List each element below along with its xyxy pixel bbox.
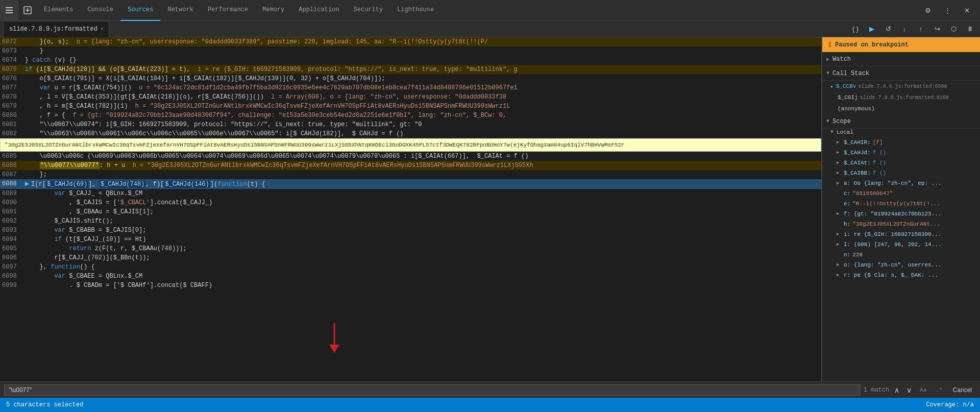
code-line-6097: 6097 }, function() { — [0, 262, 821, 272]
scope-item-cahir[interactable]: ▶ $_CAHIR: [f] — [822, 139, 980, 149]
call-stack-item-0[interactable]: ● $_CCBv slide.7.8.9.js:formatted:6088 — [822, 81, 980, 92]
scope-item-c[interactable]: c: "8516560647" — [822, 190, 980, 200]
code-line-6086: 6086 "\\u0077\\u0077": h + u h = "30g2E3… — [0, 161, 821, 170]
scope-item-caibb[interactable]: ▶ $_CAIBB: f () — [822, 169, 980, 180]
status-left: 5 characters selected — [6, 401, 83, 408]
scope-item-o[interactable]: ▶ o: {lang: "zh-cn", userres... — [822, 261, 980, 272]
scope-arrow-13: ▶ — [837, 272, 842, 278]
code-line-6088: 6088 ▶I(r[$_CAHJd(69)], $_CAHJd(748), f)… — [0, 179, 821, 189]
svg-rect-0 — [6, 7, 13, 8]
code-line-6076: 6076 o[$_CAIAt(791)] = X(i[$_CAIAt(104)]… — [0, 74, 821, 83]
tab-network[interactable]: Network — [160, 0, 200, 21]
svg-rect-1 — [6, 10, 13, 11]
scope-arrow-3: ▶ — [837, 170, 842, 176]
toolbar-right-icons: ⚙ ⋮ ✕ — [919, 0, 980, 21]
file-tab[interactable]: slide.7.8.9.js:formatted × — [4, 21, 109, 37]
step-into-btn[interactable]: ↓ — [898, 23, 911, 35]
search-cancel-btn[interactable]: Cancel — [949, 385, 976, 395]
call-stack-label: Call Stack — [832, 70, 869, 77]
scope-item-f[interactable]: ▶ f: {gt: "019924a82c70bb123... — [822, 210, 980, 221]
code-line-6087: 6087 }; — [0, 170, 821, 179]
scope-arrow-12: ▶ — [837, 262, 842, 268]
scope-item-e[interactable]: e: "R--i(!!Ostty(y(y7t8t(!... — [822, 200, 980, 210]
code-line-6092: 6092 $_CAJIS.shift(); — [0, 216, 821, 226]
scope-local-chevron: ▼ — [830, 129, 834, 135]
scope-arrow-9: ▶ — [837, 231, 842, 237]
scope-label: Scope — [832, 118, 851, 125]
call-stack-section-header[interactable]: ▼ Call Stack — [822, 66, 980, 81]
step-btn[interactable]: ↪ — [931, 23, 943, 35]
tab-application[interactable]: Application — [291, 0, 346, 21]
step-out-btn[interactable]: ↑ — [915, 23, 927, 35]
scope-item-caiat[interactable]: ▶ $_CAIAt: f () — [822, 159, 980, 169]
call-stack-item-1[interactable]: $_CGIj slide.7.8.9.js:formatted:8168 — [822, 92, 980, 103]
resume-btn[interactable]: ▶ — [866, 23, 878, 35]
format-btn[interactable]: { } — [849, 23, 862, 35]
settings-btn[interactable]: ⚙ — [919, 0, 937, 21]
code-line-6096: 6096 r[$_CAJJ_(702)]($_BBn(t)); — [0, 253, 821, 262]
watch-section-header[interactable]: ▶ Watch — [822, 52, 980, 66]
regex-btn[interactable]: .* — [933, 384, 945, 396]
active-frame-dot: ● — [830, 84, 833, 89]
tab-performance[interactable]: Performance — [201, 0, 255, 21]
call-stack-list: ● $_CCBv slide.7.8.9.js:formatted:6088 $… — [822, 81, 980, 114]
file-tab-close[interactable]: × — [101, 27, 104, 32]
code-line-6072: 6072 }(o, s); o = {lang: "zh-cn", userre… — [0, 37, 821, 46]
devtools-menu-btn[interactable] — [0, 0, 18, 21]
code-panel: 6072 }(o, s); o = {lang: "zh-cn", userre… — [0, 37, 822, 381]
code-line-6094: 6094 if (t[$_CAJJ_(10)] == Ht) — [0, 235, 821, 244]
search-prev-btn[interactable]: ∧ — [892, 385, 901, 395]
code-line-6095: 6095 return z(F(t, r, $_CBAAu(748))); — [0, 244, 821, 253]
scope-item-l[interactable]: ▶ l: (608) [247, 96, 202, 14... — [822, 241, 980, 251]
search-bar: 1 match ∧ ∨ Aa .* Cancel — [0, 381, 980, 398]
scope-section-header[interactable]: ▼ Scope — [822, 114, 980, 129]
frame-file-0: slide.7.8.9.js:formatted:6088 — [858, 84, 947, 89]
step-over-btn[interactable]: ↺ — [882, 23, 894, 35]
tab-lighthouse[interactable]: Lighthouse — [390, 0, 441, 21]
right-panel: ℹ Paused on breakpoint ▶ Watch ▼ Call St… — [822, 37, 980, 381]
status-right: Coverage: n/a — [926, 401, 974, 408]
scope-arrow-0: ▶ — [837, 139, 842, 145]
scope-item-a[interactable]: ▶ a: Oo {lang: "zh-cn", ep: ... — [822, 180, 980, 190]
call-stack-item-2[interactable]: (anonymous) — [822, 103, 980, 114]
tab-sources[interactable]: Sources — [120, 0, 160, 21]
deactivate-breakpoints-btn[interactable]: ⬡ — [947, 23, 960, 35]
tab-memory[interactable]: Memory — [255, 0, 291, 21]
breakpoint-label: Paused on breakpoint — [835, 41, 909, 49]
watch-chevron: ▶ — [826, 56, 829, 62]
pause-on-exceptions-btn[interactable]: ⏸ — [964, 23, 976, 35]
search-next-btn[interactable]: ∨ — [904, 385, 914, 395]
scope-item-r[interactable]: ▶ r: pe {$ Cla: s, $_ DAK: ... — [822, 272, 980, 282]
secondary-toolbar: slide.7.8.9.js:formatted × { } ▶ ↺ ↓ ↑ ↪… — [0, 21, 980, 37]
scope-item-n[interactable]: n: 220 — [822, 251, 980, 261]
scope-item-h[interactable]: h: "30g2E3J05XL2OTZnGurANt... — [822, 221, 980, 231]
call-stack-chevron: ▼ — [826, 70, 829, 76]
close-devtools-btn[interactable]: ✕ — [958, 0, 976, 21]
tab-security[interactable]: Security — [347, 0, 390, 21]
code-line-6091: 6091 , $_CBAAu = $_CAJIS[1]; — [0, 207, 821, 216]
scope-local-header[interactable]: ▼ Local — [822, 129, 980, 139]
code-line-6077: 6077 var u = r[$_CAIAt(754)]() u = "6c12… — [0, 83, 821, 92]
scope-chevron: ▼ — [826, 118, 829, 124]
tab-elements[interactable]: Elements — [37, 0, 81, 21]
code-line-6090: 6090 , $_CAJIS = ['$_CBACL'].concat($_CA… — [0, 198, 821, 207]
debug-controls: { } ▶ ↺ ↓ ↑ ↪ ⬡ ⏸ — [109, 23, 976, 35]
main-content: 6072 }(o, s); o = {lang: "zh-cn", userre… — [0, 37, 980, 381]
frame-name-2: (anonymous) — [838, 106, 875, 112]
scope-item-i[interactable]: ▶ i: re {$_GIH: 166927158390... — [822, 231, 980, 241]
search-input[interactable] — [4, 384, 861, 396]
scope-section: ▼ Local ▶ $_CAHIR: [f] ▶ $_CAHJd: f () ▶… — [822, 129, 980, 381]
scope-item-cahjd[interactable]: ▶ $_CAHJd: f () — [822, 149, 980, 159]
inspect-element-btn[interactable] — [18, 0, 37, 21]
code-line-6093: 6093 var $_CBABB = $_CAJIS[0]; — [0, 226, 821, 235]
scope-arrow-1: ▶ — [837, 150, 842, 155]
svg-rect-2 — [6, 12, 13, 13]
tab-console[interactable]: Console — [81, 0, 120, 21]
inline-tooltip: "30g2E3J05XL2OTZnGurANtlbrxkWMCwIc36qTsv… — [0, 138, 821, 152]
code-area[interactable]: 6072 }(o, s); o = {lang: "zh-cn", userre… — [0, 37, 821, 381]
code-line-6081: 6081 "\\u0067\\u0074": i[$_GIH: 16692715… — [0, 120, 821, 129]
match-case-btn[interactable]: Aa — [917, 384, 929, 396]
info-icon: ℹ — [828, 40, 831, 49]
more-options-btn[interactable]: ⋮ — [938, 0, 957, 21]
code-line-6079: 6079 , h = m[$_CAIAt(782)](1) h = "30g2E… — [0, 102, 821, 111]
